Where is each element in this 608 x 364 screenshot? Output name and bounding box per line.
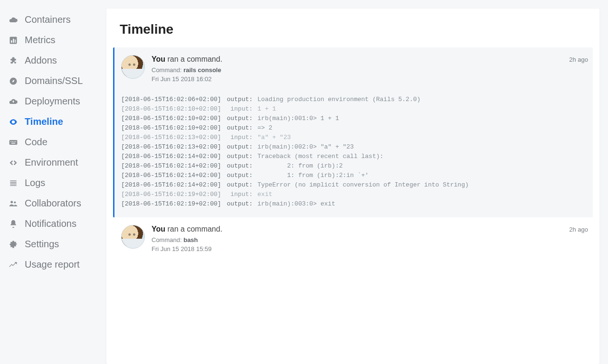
sidebar-item-label: Timeline — [25, 116, 63, 127]
svg-rect-10 — [11, 142, 15, 143]
bell-icon — [8, 219, 19, 229]
avatar — [121, 225, 145, 249]
console-line-output: [2018-06-15T16:02:19+02:00] output: irb(… — [121, 199, 588, 209]
sidebar-item-metrics[interactable]: Metrics — [0, 30, 106, 50]
console-line-output: [2018-06-15T16:02:10+02:00] output: => 2 — [121, 123, 588, 133]
svg-point-11 — [10, 201, 13, 203]
eye-icon — [8, 117, 19, 127]
keyboard-icon — [8, 138, 19, 147]
sidebar-item-label: Usage report — [25, 259, 80, 270]
event-command: Command: rails console — [152, 66, 569, 74]
timeline-event[interactable]: You ran a command.Command: rails console… — [113, 47, 593, 217]
sidebar-item-code[interactable]: Code — [0, 132, 106, 152]
sidebar-item-deployments[interactable]: Deployments — [0, 91, 106, 112]
console-line-input: [2018-06-15T16:02:19+02:00] input: exit — [121, 190, 588, 199]
event-timestamp: Fri Jun 15 2018 16:02 — [152, 75, 569, 83]
timeline-event[interactable]: You ran a command.Command: bashFri Jun 1… — [113, 217, 593, 260]
console-line-output: [2018-06-15T16:02:14+02:00] output: 2: f… — [121, 161, 588, 171]
svg-rect-5 — [10, 140, 18, 145]
console-line-input: [2018-06-15T16:02:10+02:00] input: 1 + 1 — [121, 104, 588, 114]
svg-point-12 — [14, 201, 16, 203]
console-line-output: [2018-06-15T16:02:13+02:00] output: irb(… — [121, 142, 588, 152]
avatar — [121, 55, 145, 79]
svg-rect-6 — [10, 141, 11, 142]
sidebar-item-notifications[interactable]: Notifications — [0, 214, 106, 234]
console-line-output: [2018-06-15T16:02:14+02:00] output: 1: f… — [121, 171, 588, 180]
sidebar-item-usage-report[interactable]: Usage report — [0, 254, 106, 275]
sidebar-item-label: Code — [25, 137, 48, 148]
bar-chart-icon — [8, 36, 19, 45]
angle-brackets-icon — [8, 158, 19, 168]
puzzle-icon — [8, 56, 19, 65]
console-line-output: [2018-06-15T16:02:06+02:00] output: Load… — [121, 95, 588, 104]
event-title: You ran a command. — [152, 55, 569, 64]
svg-rect-7 — [12, 141, 13, 142]
sidebar-item-label: Containers — [25, 14, 71, 25]
svg-rect-9 — [15, 141, 16, 142]
svg-rect-3 — [15, 39, 16, 43]
sidebar-item-addons[interactable]: Addons — [0, 50, 106, 71]
svg-rect-8 — [14, 141, 15, 142]
page-title: Timeline — [106, 22, 599, 47]
sidebar-item-collaborators[interactable]: Collaborators — [0, 193, 106, 214]
trend-icon — [8, 260, 19, 270]
event-command: Command: bash — [152, 236, 569, 243]
sidebar-item-label: Notifications — [25, 218, 76, 229]
sidebar: ContainersMetricsAddonsDomains/SSLDeploy… — [0, 0, 106, 364]
sidebar-item-settings[interactable]: Settings — [0, 234, 106, 254]
compass-icon — [8, 76, 19, 86]
event-timestamp: Fri Jun 15 2018 15:59 — [152, 245, 569, 252]
event-title: You ran a command. — [152, 225, 569, 233]
sidebar-item-label: Deployments — [25, 96, 80, 107]
event-relative-time: 2h ago — [569, 55, 588, 63]
cloud-icon — [8, 15, 19, 25]
svg-rect-2 — [13, 38, 14, 42]
timeline-events: You ran a command.Command: rails console… — [106, 47, 599, 364]
sidebar-item-label: Environment — [25, 157, 78, 168]
sidebar-item-logs[interactable]: Logs — [0, 173, 106, 193]
console-line-output: [2018-06-15T16:02:14+02:00] output: Type… — [121, 180, 588, 190]
event-relative-time: 2h ago — [569, 225, 588, 233]
people-icon — [8, 199, 19, 208]
gear-icon — [8, 240, 19, 249]
sidebar-item-label: Logs — [25, 177, 45, 188]
event-header: You ran a command.Command: rails console… — [121, 55, 588, 83]
sidebar-item-domains-ssl[interactable]: Domains/SSL — [0, 71, 106, 91]
sidebar-item-timeline[interactable]: Timeline — [0, 112, 106, 132]
sidebar-item-label: Addons — [25, 55, 57, 66]
sidebar-item-containers[interactable]: Containers — [0, 9, 106, 30]
sidebar-item-label: Metrics — [25, 35, 55, 46]
console-output: [2018-06-15T16:02:06+02:00] output: Load… — [121, 94, 588, 210]
svg-rect-1 — [11, 40, 12, 43]
console-line-output: [2018-06-15T16:02:14+02:00] output: Trac… — [121, 152, 588, 161]
lines-icon — [8, 178, 19, 188]
sidebar-item-environment[interactable]: Environment — [0, 152, 106, 173]
console-line-input: [2018-06-15T16:02:13+02:00] input: "a" +… — [121, 133, 588, 142]
main-panel: Timeline You ran a command.Command: rail… — [106, 9, 599, 364]
sidebar-item-label: Collaborators — [25, 198, 81, 209]
cloud-up-icon — [8, 97, 19, 106]
event-header: You ran a command.Command: bashFri Jun 1… — [121, 225, 588, 252]
console-line-output: [2018-06-15T16:02:10+02:00] output: irb(… — [121, 114, 588, 123]
sidebar-item-label: Domains/SSL — [25, 75, 83, 86]
sidebar-item-label: Settings — [25, 239, 59, 250]
